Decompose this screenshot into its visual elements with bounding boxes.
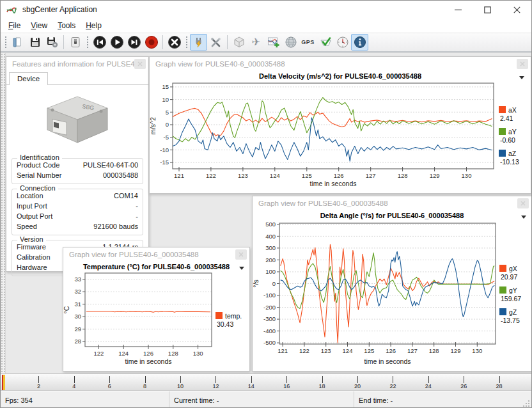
menu-view[interactable]: View	[26, 19, 52, 32]
info-icon	[354, 36, 366, 49]
legend-series-name: aY	[508, 128, 517, 136]
save-settings-button[interactable]	[43, 34, 61, 51]
field-row: Product CodePULSE40-64T-00	[17, 161, 138, 170]
legend-series-name: temp.	[225, 312, 242, 320]
skip-end-button[interactable]	[125, 34, 143, 51]
tab-device[interactable]: Device	[9, 72, 48, 85]
play-button[interactable]	[108, 34, 125, 51]
field-value: -	[136, 201, 138, 211]
graph-window-title: Graph view for PULSE40-6_000035488	[69, 251, 235, 258]
title-bar[interactable]: sbgCenter Application	[1, 1, 531, 19]
chart-plot[interactable]: -15-10-505101512112212312412512612712812…	[150, 80, 499, 188]
timeline-tick-label: 20	[354, 383, 361, 389]
svg-text:time in seconds: time in seconds	[364, 357, 411, 365]
svg-text:28: 28	[74, 338, 81, 345]
svg-text:-400: -400	[263, 327, 276, 334]
graph-window-titlebar[interactable]: Graph view for PULSE40-6_000035488	[253, 196, 531, 210]
graph-window-close-button[interactable]	[517, 59, 528, 69]
svg-text:129: 129	[451, 347, 461, 354]
chart-title: Temperature (°C) for PULSE40-6_000035488	[63, 262, 249, 271]
toolbar-grip[interactable]	[4, 35, 7, 49]
svg-text:127: 127	[407, 347, 418, 354]
legend: gX20.97gY159.67gZ-13.75	[499, 219, 530, 366]
toolbar-grip[interactable]	[185, 35, 188, 49]
skip-start-button[interactable]	[91, 34, 108, 51]
stop-button[interactable]	[166, 34, 183, 51]
group-identification: IdentificationProduct CodePULSE40-64T-00…	[12, 158, 143, 184]
graph-window-close-button[interactable]	[517, 198, 529, 208]
airplane-view-button[interactable]: ✈	[247, 34, 265, 51]
legend-series-name: aX	[508, 106, 517, 114]
svg-text:130: 130	[193, 350, 203, 357]
clock-button[interactable]	[334, 34, 351, 51]
connect-button[interactable]	[190, 34, 207, 51]
log-switch-button[interactable]	[66, 34, 84, 51]
panel-drag-grip[interactable]	[1, 53, 6, 373]
svg-text:128: 128	[168, 350, 178, 357]
open-button[interactable]	[9, 34, 26, 51]
chevron-down-icon[interactable]	[239, 267, 244, 270]
svg-text:-15: -15	[160, 159, 169, 166]
field-label: Hardware	[17, 263, 47, 272]
record-button[interactable]	[143, 34, 160, 51]
save-gear-icon	[47, 36, 58, 48]
field-value: 921600 bauds	[93, 222, 138, 231]
features-panel-title: Features and information for PULSE40-...	[12, 60, 134, 68]
timeline-tick-label: 18	[319, 383, 325, 389]
svg-text:-500: -500	[263, 339, 276, 346]
timeline-tick	[393, 376, 393, 383]
close-button[interactable]	[502, 1, 531, 19]
toolbar-grip[interactable]	[86, 35, 89, 49]
maximize-button[interactable]	[473, 1, 502, 19]
svg-text:130: 130	[472, 347, 482, 354]
graph-window-titlebar[interactable]: Graph view for PULSE40-6_000035488	[63, 247, 249, 262]
timeline-position-marker[interactable]	[3, 375, 5, 390]
gps-button[interactable]: GPS	[299, 34, 317, 51]
minimize-button[interactable]	[443, 1, 473, 19]
add-graph-button[interactable]	[265, 34, 282, 51]
chart-plot[interactable]: 282930313233122124126128130time in secon…	[63, 271, 215, 366]
panel-tabstrip: Device	[6, 71, 148, 85]
window-title: sbgCenter Application	[22, 5, 97, 14]
field-value: -	[136, 212, 138, 221]
switch-icon	[70, 36, 81, 48]
legend-series-value: 30.43	[217, 320, 246, 328]
field-label: Serial Number	[17, 171, 61, 180]
legend-series-value: 20.97	[501, 273, 529, 281]
timeline-tick-label: 8	[143, 383, 146, 389]
save-button[interactable]	[26, 34, 43, 51]
menu-file[interactable]: File	[3, 19, 26, 32]
menu-help[interactable]: Help	[81, 19, 107, 32]
settings-tools-button[interactable]	[207, 34, 224, 51]
legend-series-name: aZ	[508, 150, 516, 157]
legend-series-value: 2.41	[500, 114, 529, 122]
menu-tools[interactable]: Tools	[52, 19, 81, 32]
field-row: LocationCOM14	[17, 191, 138, 201]
timeline-tick	[145, 376, 146, 383]
features-panel-close-button[interactable]	[134, 59, 146, 69]
end-time-status: End time: -	[354, 391, 531, 408]
graph-window-titlebar[interactable]: Graph view for PULSE40-6_000035488	[150, 57, 531, 71]
legend-series-value: -13.75	[501, 317, 529, 324]
chevron-down-icon[interactable]	[521, 216, 526, 219]
validity-button[interactable]	[317, 34, 334, 51]
timeline-tick	[428, 376, 429, 383]
info-button[interactable]	[351, 34, 368, 51]
chevron-down-icon[interactable]	[519, 76, 524, 79]
resize-grip-icon[interactable]	[522, 400, 530, 407]
graph-window-close-button[interactable]	[235, 249, 247, 260]
legend-item: temp.	[215, 312, 246, 320]
field-row: Serial Number000035488	[17, 171, 138, 180]
svg-text:°C: °C	[63, 306, 70, 313]
timeline-tick-label: 2	[37, 383, 40, 389]
menu-bar: File View Tools Help	[1, 19, 531, 33]
svg-text:129: 129	[430, 172, 440, 179]
earth-view-button[interactable]	[282, 34, 299, 51]
svg-text:126: 126	[143, 350, 153, 357]
timeline-slider[interactable]: 24681012141618202224262830	[1, 373, 531, 391]
features-panel-titlebar[interactable]: Features and information for PULSE40-...	[6, 57, 148, 71]
view-3d-button[interactable]	[230, 34, 247, 51]
chart-plot[interactable]: -500-400-300-200-10001002003004005001211…	[253, 219, 499, 366]
workspace: Features and information for PULSE40-...…	[1, 52, 531, 373]
legend-color-swatch	[499, 286, 506, 294]
